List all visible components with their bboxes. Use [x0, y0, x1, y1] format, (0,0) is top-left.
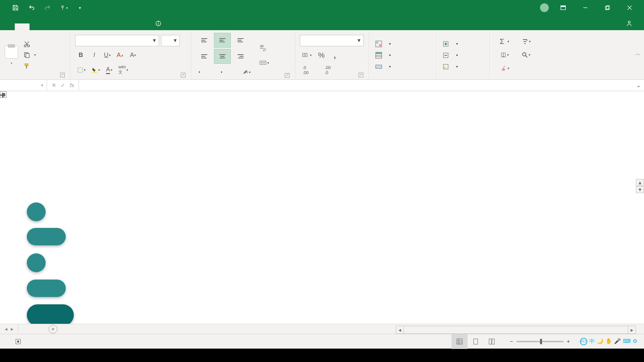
scroll-down-icon[interactable]: ▾	[636, 186, 644, 193]
format-cells-button[interactable]: ▾	[441, 62, 459, 71]
new-sheet-button[interactable]: +	[49, 325, 57, 334]
comma-button[interactable]: ,	[329, 50, 340, 61]
increase-decimal-button[interactable]: .0.00	[300, 64, 311, 76]
italic-button[interactable]: I	[89, 50, 100, 61]
align-left-button[interactable]	[196, 49, 213, 64]
wrap-text-button[interactable]: ab	[257, 42, 269, 54]
autofill-options-icon[interactable]: ▦	[0, 91, 7, 98]
clear-button[interactable]: ▾	[494, 63, 515, 74]
fill-button[interactable]: ▾	[494, 49, 515, 61]
number-launcher-icon[interactable]: ⤢	[359, 73, 363, 77]
view-pagelayout-icon[interactable]	[468, 334, 484, 349]
sheet-nav-next-icon[interactable]: ▸	[11, 326, 13, 332]
tell-me-search[interactable]	[148, 17, 172, 30]
tray-icon[interactable]: 🎤	[614, 338, 621, 345]
scroll-up-icon[interactable]: ▴	[636, 179, 644, 186]
tray-icon[interactable]: 中	[589, 338, 595, 345]
tray-icon[interactable]: 🌙	[597, 338, 603, 345]
align-middle-button[interactable]	[214, 33, 231, 48]
svg-rect-35	[457, 339, 462, 344]
align-right-button[interactable]	[232, 49, 249, 64]
enter-formula-icon[interactable]: ✓	[61, 82, 65, 88]
scroll-left-icon[interactable]: ◂	[396, 326, 404, 334]
tab-developer[interactable]	[118, 23, 133, 30]
autosum-button[interactable]: Σ▾	[494, 36, 515, 47]
maximize-icon[interactable]	[600, 0, 615, 15]
tab-file[interactable]	[0, 23, 15, 30]
font-launcher-icon[interactable]: ⤢	[181, 73, 185, 77]
save-icon[interactable]	[11, 4, 19, 12]
align-top-button[interactable]	[196, 33, 213, 48]
view-pagebreak-icon[interactable]	[484, 334, 500, 349]
fill-color-button[interactable]: ▾	[90, 64, 102, 76]
name-box[interactable]: ▾	[0, 80, 47, 91]
close-icon[interactable]	[622, 0, 637, 15]
align-center-button[interactable]	[214, 49, 231, 64]
tray-icon[interactable]: ⚙	[633, 338, 637, 345]
tab-view[interactable]	[103, 23, 118, 30]
collapse-ribbon-icon[interactable]: ︿	[635, 50, 641, 57]
tab-home[interactable]	[15, 23, 30, 30]
clipboard-launcher-icon[interactable]: ⤢	[60, 73, 65, 77]
cancel-formula-icon[interactable]: ✕	[52, 82, 56, 88]
increase-indent-button[interactable]	[218, 66, 229, 78]
format-table-button[interactable]: ▾	[374, 51, 392, 60]
undo-icon[interactable]	[28, 4, 36, 12]
ribbon-tabs	[0, 15, 644, 30]
tab-help[interactable]	[133, 23, 148, 30]
delete-cells-button[interactable]: ▾	[441, 51, 459, 60]
find-button[interactable]: ▾	[516, 49, 536, 61]
tab-review[interactable]	[89, 23, 103, 30]
conditional-format-button[interactable]: ▾	[374, 40, 392, 48]
zoom-slider[interactable]: − +	[510, 339, 570, 345]
cut-button[interactable]	[23, 41, 36, 48]
zoom-out-icon[interactable]: −	[510, 339, 513, 345]
decrease-decimal-button[interactable]: .00.0	[322, 64, 333, 76]
macro-record-icon[interactable]	[15, 338, 21, 345]
horizontal-scrollbar[interactable]: ◂ ▸	[396, 326, 636, 334]
qat-customize-icon[interactable]: ▾	[76, 4, 84, 12]
bold-button[interactable]: B	[75, 50, 87, 61]
decrease-indent-button[interactable]	[196, 66, 207, 78]
account-button[interactable]	[537, 3, 549, 12]
orientation-button[interactable]: ab▾	[240, 66, 253, 78]
font-size-combo[interactable]: ▾	[161, 35, 180, 46]
number-format-combo[interactable]: ▾	[300, 35, 364, 46]
merge-button[interactable]: ▾	[257, 57, 271, 68]
borders-button[interactable]: ▾	[75, 64, 88, 76]
font-color-button[interactable]: A▾	[104, 64, 114, 76]
key-indicator-1	[27, 253, 46, 272]
copy-button[interactable]: ▾	[23, 52, 36, 58]
align-bottom-button[interactable]	[232, 33, 249, 48]
touch-mode-icon[interactable]: ▾	[60, 4, 68, 12]
minimize-icon[interactable]	[578, 0, 593, 15]
view-normal-icon[interactable]	[451, 334, 468, 349]
cell-styles-button[interactable]: ▾	[374, 62, 392, 71]
tray-icon[interactable]: ⌨	[623, 338, 631, 345]
expand-formula-icon[interactable]: ⌄	[633, 82, 644, 88]
scroll-right-icon[interactable]: ▸	[628, 326, 636, 334]
align-launcher-icon[interactable]: ⤢	[285, 73, 289, 78]
font-shrink-button[interactable]: A▾	[127, 50, 139, 61]
tray-icon[interactable]: ✋	[605, 338, 612, 345]
percent-button[interactable]: %	[316, 50, 327, 61]
sheet-nav-prev-icon[interactable]: ◂	[5, 326, 7, 332]
font-grow-button[interactable]: A▴	[115, 50, 125, 61]
accounting-button[interactable]: ▾	[300, 50, 314, 61]
sort-filter-button[interactable]: ▾	[516, 36, 536, 47]
tab-formulas[interactable]	[59, 23, 74, 30]
font-name-combo[interactable]: ▾	[75, 35, 159, 46]
tray-icon[interactable]: iFLY	[580, 338, 587, 345]
phonetic-button[interactable]: wén文▾	[116, 64, 130, 76]
paste-button[interactable]: ▾	[5, 45, 18, 65]
zoom-in-icon[interactable]: +	[567, 339, 570, 345]
tab-insert[interactable]	[30, 23, 44, 30]
insert-cells-button[interactable]: ▾	[441, 40, 459, 48]
ribbon-display-icon[interactable]	[555, 0, 571, 15]
tab-data[interactable]	[74, 23, 89, 30]
share-button[interactable]	[617, 17, 644, 30]
underline-button[interactable]: U▾	[102, 50, 113, 61]
tab-layout[interactable]	[44, 23, 59, 30]
format-painter-button[interactable]	[23, 62, 36, 70]
fx-icon[interactable]: fx	[70, 82, 74, 88]
